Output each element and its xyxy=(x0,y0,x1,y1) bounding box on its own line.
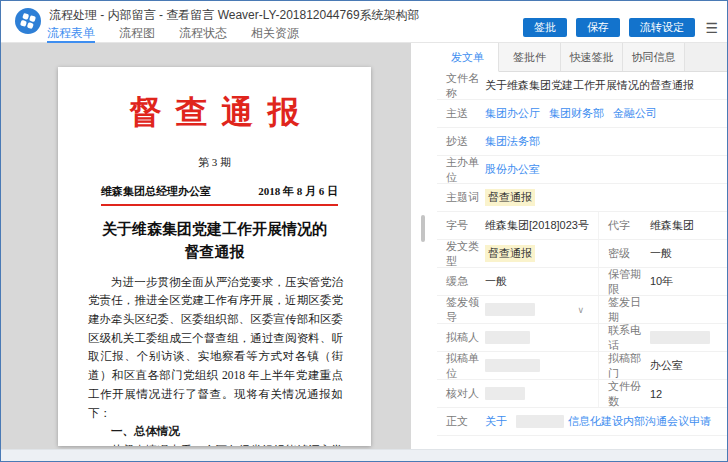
redacted-value xyxy=(485,387,525,400)
document-preview-pane: 督查通报 第 3 期 维森集团总经理办公室 2018 年 8 月 6 日 关于维… xyxy=(1,43,411,449)
field-value-cell: 股份办公室 xyxy=(485,162,727,177)
field-value: 12 xyxy=(650,388,662,400)
field-value: 10年 xyxy=(650,274,673,289)
field-value-cell xyxy=(485,331,598,344)
page-title: 流程处理 - 内部留言 - 查看留言 Weaver-LY-20181204476… xyxy=(49,7,420,24)
chevron-down-icon[interactable]: ∨ xyxy=(577,305,594,315)
field-value-cell: 督查通报 xyxy=(485,189,727,206)
nav-tab-流程图[interactable]: 流程图 xyxy=(119,25,155,43)
field-value-cell: 维森集团[2018]023号 xyxy=(485,218,598,233)
weaver-pinwheel-icon xyxy=(15,8,41,34)
field-label: 保管期限 xyxy=(598,268,650,295)
field-value-cell: 维森集团 xyxy=(650,218,727,233)
field-label: 字号 xyxy=(437,218,485,233)
flow-nav-tabs: 流程表单流程图流程状态相关资源 xyxy=(47,25,323,43)
field-link-信息化建设内部沟通会议申请[interactable]: 信息化建设内部沟通会议申请 xyxy=(568,414,711,429)
form-row-抄送: 抄送集团法务部 xyxy=(437,128,727,156)
field-label: 发文类型 xyxy=(437,239,485,269)
form-row-主题词: 主题词督查通报 xyxy=(437,184,727,212)
field-value-cell: 集团法务部 xyxy=(485,134,727,149)
redacted-value xyxy=(650,331,710,344)
form-row-签发领导: 签发领导∨签发日期 xyxy=(437,296,727,324)
redacted-value xyxy=(485,331,530,344)
document-issue-number: 第 3 期 xyxy=(58,155,371,170)
field-label: 主办单位 xyxy=(437,155,485,185)
form-panel-tabs: 发文单签批件快速签批协同信息 xyxy=(437,43,727,72)
app-window: 流程处理 - 内部留言 - 查看留言 Weaver-LY-20181204476… xyxy=(0,0,728,462)
form-row-字号: 字号维森集团[2018]023号代字维森集团 xyxy=(437,212,727,240)
field-value-cell: 10年 xyxy=(650,274,727,289)
redacted-value xyxy=(516,415,564,428)
field-link-集团法务部[interactable]: 集团法务部 xyxy=(485,134,540,149)
field-value-cell: 督查通报 xyxy=(485,245,598,262)
content-area: 督查通报 第 3 期 维森集团总经理办公室 2018 年 8 月 6 日 关于维… xyxy=(1,43,727,449)
field-value-highlighted[interactable]: 督查通报 xyxy=(485,245,535,262)
document-title-line2: 督查通报 xyxy=(58,241,371,264)
field-link-集团办公厅[interactable]: 集团办公厅 xyxy=(485,106,540,121)
vertical-scrollbar-thumb[interactable] xyxy=(421,215,425,242)
nav-tab-相关资源[interactable]: 相关资源 xyxy=(251,25,299,43)
action-buttons: 签批保存流转设定 xyxy=(523,18,695,37)
form-row-缓急: 缓急一般保管期限10年 xyxy=(437,268,727,296)
field-value-highlighted[interactable]: 督查通报 xyxy=(485,189,535,206)
field-value: 维森集团 xyxy=(650,218,694,233)
horizontal-scrollbar-track[interactable] xyxy=(1,449,727,461)
field-value-cell: 集团办公厅集团财务部金融公司 xyxy=(485,106,727,121)
field-label: 拟稿人 xyxy=(437,330,485,345)
form-row-主送: 主送集团办公厅集团财务部金融公司 xyxy=(437,100,727,128)
document-title-line1: 关于维森集团党建工作开展情况的 xyxy=(58,218,371,241)
field-value-cell xyxy=(650,331,727,344)
field-label: 签发日期 xyxy=(598,296,650,323)
panel-tab-协同信息[interactable]: 协同信息 xyxy=(623,43,685,71)
nav-tab-流程状态[interactable]: 流程状态 xyxy=(179,25,227,43)
panel-tab-发文单[interactable]: 发文单 xyxy=(437,43,499,72)
field-value: 一般 xyxy=(650,246,672,261)
field-value: 维森集团[2018]023号 xyxy=(485,218,589,233)
field-value: 办公室 xyxy=(650,358,683,373)
field-value: 关于维森集团党建工作开展情况的督查通报 xyxy=(485,78,694,93)
form-panel: 发文单签批件快速签批协同信息 文件名称关于维森集团党建工作开展情况的督查通报主送… xyxy=(437,43,727,449)
field-label: 核对人 xyxy=(437,386,485,401)
redacted-value xyxy=(485,303,535,316)
section-heading: 一、总体情况 xyxy=(88,422,343,441)
document-office-row: 维森集团总经理办公室 2018 年 8 月 6 日 xyxy=(101,184,338,199)
field-label: 拟稿单位 xyxy=(437,351,485,381)
field-value-cell: 关于维森集团党建工作开展情况的督查通报 xyxy=(485,78,727,93)
field-label: 主送 xyxy=(437,106,485,121)
field-link-关于[interactable]: 关于 xyxy=(485,414,507,429)
form-row-正文: 正文关于信息化建设内部沟通会议申请 xyxy=(437,408,727,436)
button-保存[interactable]: 保存 xyxy=(576,18,620,37)
field-label: 拟稿部门 xyxy=(598,352,650,379)
panel-tab-快速签批[interactable]: 快速签批 xyxy=(561,43,623,71)
hamburger-menu-icon[interactable]: ☰ xyxy=(705,19,718,37)
field-label: 代字 xyxy=(598,212,650,239)
form-row-核对人: 核对人文件份数12 xyxy=(437,380,727,408)
redacted-value xyxy=(485,359,540,372)
field-value-cell xyxy=(485,387,598,400)
field-value: 一般 xyxy=(485,274,507,289)
field-link-股份办公室[interactable]: 股份办公室 xyxy=(485,162,540,177)
form-row-拟稿单位: 拟稿单位拟稿部门办公室 xyxy=(437,352,727,380)
red-divider xyxy=(101,204,338,206)
panel-tab-签批件[interactable]: 签批件 xyxy=(499,43,561,71)
form-fields: 文件名称关于维森集团党建工作开展情况的督查通报主送集团办公厅集团财务部金融公司抄… xyxy=(437,72,727,449)
field-link-金融公司[interactable]: 金融公司 xyxy=(613,106,657,121)
document-masthead: 督查通报 xyxy=(58,91,371,135)
field-label: 主题词 xyxy=(437,190,485,205)
button-签批[interactable]: 签批 xyxy=(523,18,567,37)
top-bar: 流程处理 - 内部留言 - 查看留言 Weaver-LY-20181204476… xyxy=(1,1,727,43)
button-流转设定[interactable]: 流转设定 xyxy=(629,18,695,37)
field-value-cell: 一般 xyxy=(485,274,598,289)
paragraph: 为进一步贯彻全面从严治党要求，压实管党治党责任，推进全区党建工作有序开展，近期区… xyxy=(88,273,343,423)
field-value-cell: 办公室 xyxy=(650,358,727,373)
field-label: 正文 xyxy=(437,414,485,429)
field-label: 联系电话 xyxy=(598,324,650,351)
document-body: 为进一步贯彻全面从严治党要求，压实管党治党责任，推进全区党建工作有序开展，近期区… xyxy=(88,273,343,447)
field-label: 文件名称 xyxy=(437,72,485,101)
field-link-集团财务部[interactable]: 集团财务部 xyxy=(549,106,604,121)
field-value-cell: 12 xyxy=(650,388,727,400)
nav-tab-流程表单[interactable]: 流程表单 xyxy=(47,25,95,43)
field-value-cell: 一般 xyxy=(650,246,727,261)
form-row-拟稿人: 拟稿人联系电话 xyxy=(437,324,727,352)
field-value-cell: 关于信息化建设内部沟通会议申请 xyxy=(485,414,727,429)
